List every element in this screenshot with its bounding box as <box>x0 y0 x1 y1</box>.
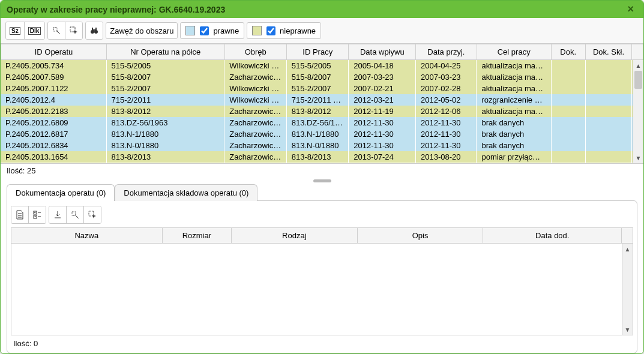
cell-shelf: 515-8/2007 <box>106 71 224 83</box>
table-row[interactable]: P.2405.2012.6817813.N-1/1880Zacharzowice… <box>1 128 643 140</box>
legend-nieprawne[interactable]: nieprawne <box>247 22 321 39</box>
cell-dok <box>551 71 585 83</box>
col-area[interactable]: Obręb <box>224 44 286 60</box>
cell-purpose: brak danych <box>477 128 551 140</box>
cell-date_in: 2012-11-30 <box>349 128 416 140</box>
zoom-doc-extent-button[interactable] <box>66 206 83 223</box>
cell-date_acc: 2012-11-30 <box>416 128 477 140</box>
zoom-select-button[interactable] <box>65 22 82 39</box>
table-row[interactable]: P.2405.2007.589515-8/2007Zacharzowice - … <box>1 71 643 83</box>
cell-dok <box>551 60 585 71</box>
lower-body[interactable]: ▲ ▼ <box>11 244 633 335</box>
col-scroll-spacer <box>632 44 643 60</box>
lcol-size[interactable]: Rozmiar <box>162 228 231 244</box>
cell-date_acc: 2004-04-25 <box>416 60 477 71</box>
doc-page-button[interactable] <box>11 206 28 223</box>
dialog-window: Operaty w zakresie pracy nieprawnej: GK.… <box>0 0 644 354</box>
scroll-down-icon[interactable]: ▼ <box>622 324 633 335</box>
close-icon[interactable]: × <box>624 3 637 16</box>
lcol-desc[interactable]: Opis <box>357 228 483 244</box>
zoom-extent-button[interactable] <box>48 22 65 39</box>
col-purpose[interactable]: Cel pracy <box>477 44 551 60</box>
splitter[interactable] <box>1 178 643 184</box>
checkbox-nieprawne[interactable] <box>266 26 275 35</box>
col-shelf[interactable]: Nr Operatu na półce <box>106 44 224 60</box>
col-id[interactable]: ID Operatu <box>1 44 107 60</box>
svg-rect-0 <box>53 28 57 31</box>
sz-button[interactable]: Sz <box>6 22 24 39</box>
cell-date_acc: 2007-02-28 <box>416 83 477 94</box>
col-work-id[interactable]: ID Pracy <box>286 44 348 60</box>
label-prawne: prawne <box>213 26 239 35</box>
cell-work_id: 715-2/2011 … <box>286 94 349 106</box>
table-row[interactable]: P.2405.2012.4715-2/2011Wilkowiczki - te…… <box>1 94 643 106</box>
cell-date_in: 2013-07-24 <box>349 151 416 163</box>
upper-body[interactable]: P.2405.2005.734515-5/2005Wilkowiczki - t… <box>1 60 643 163</box>
col-date-in[interactable]: Data wpływu <box>349 44 416 60</box>
cell-date_in: 2007-03-23 <box>349 71 416 83</box>
main-toolbar: Sz Dlk Zawęż do obszaru prawne nieprawne <box>1 18 643 44</box>
lower-scrollbar[interactable]: ▲ ▼ <box>622 244 633 335</box>
zoom-select-icon <box>69 26 79 35</box>
cell-dok <box>551 151 585 163</box>
dlk-button[interactable]: Dlk <box>24 22 45 39</box>
cell-date_acc: 2007-03-23 <box>416 71 477 83</box>
scroll-up-icon[interactable]: ▲ <box>622 244 633 254</box>
tab-dokumentacja[interactable]: Dokumentacja operatu (0) <box>7 184 115 201</box>
cell-id: P.2405.2012.6817 <box>1 128 106 140</box>
cell-id: P.2405.2013.1654 <box>1 151 106 163</box>
cell-dok-skl <box>585 117 632 128</box>
zoom-extent-icon <box>70 210 80 220</box>
cell-purpose: brak danych <box>477 117 551 128</box>
cell-purpose: rozgraniczenie … <box>477 94 551 106</box>
download-button[interactable] <box>49 206 66 223</box>
col-dok-skl[interactable]: Dok. Skł. <box>585 44 632 60</box>
cell-date_acc: 2013-08-20 <box>416 151 477 163</box>
cell-date_in: 2012-11-30 <box>349 117 416 128</box>
cell-work_id: 813.N-0/1880 <box>286 140 349 151</box>
table-row[interactable]: P.2405.2012.2183813-8/2012Zacharzowice -… <box>1 106 643 117</box>
binoculars-button[interactable] <box>86 22 103 39</box>
cell-purpose: aktualizacja ma… <box>477 106 551 117</box>
cell-dok <box>551 106 585 117</box>
zoom-group <box>47 22 83 40</box>
cell-id: P.2405.2007.589 <box>1 71 106 83</box>
table-row[interactable]: P.2405.2007.1122515-2/2007Wilkowiczki - … <box>1 83 643 94</box>
titlebar: Operaty w zakresie pracy nieprawnej: GK.… <box>1 1 643 18</box>
col-dok[interactable]: Dok. <box>551 44 585 60</box>
tab-skladowa[interactable]: Dokumentacja składowa operatu (0) <box>115 184 257 201</box>
swatch-prawne-icon <box>185 26 195 35</box>
lcol-name[interactable]: Nazwa <box>11 228 163 244</box>
table-row[interactable]: P.2405.2012.6834813.N-0/1880Zacharzowice… <box>1 140 643 151</box>
col-date-acc[interactable]: Data przyj. <box>416 44 477 60</box>
table-row[interactable]: P.2405.2013.1654813-8/2013Zacharzowice -… <box>1 151 643 163</box>
cell-date_in: 2012-11-30 <box>349 140 416 151</box>
upper-status: Ilość: 25 <box>1 164 643 178</box>
lower-table: Nazwa Rozmiar Rodzaj Opis Data dod. <box>11 227 633 244</box>
scroll-down-icon[interactable]: ▼ <box>633 152 643 163</box>
narrow-area-label: Zawęż do obszaru <box>106 22 178 39</box>
cell-dok-skl <box>585 128 632 140</box>
table-row[interactable]: P.2405.2012.6809813.DZ-56/1963Zacharzowi… <box>1 117 643 128</box>
cell-date_in: 2005-04-18 <box>349 60 416 71</box>
cell-date_acc: 2012-12-06 <box>416 106 477 117</box>
cell-work_id: 515-8/2007 <box>286 71 349 83</box>
lcol-type[interactable]: Rodzaj <box>232 228 358 244</box>
search-group: Sz Dlk <box>5 22 45 40</box>
cell-shelf: 515-5/2005 <box>106 60 224 71</box>
scroll-thumb[interactable] <box>634 71 642 89</box>
checklist-icon <box>32 210 42 220</box>
checkbox-prawne[interactable] <box>200 26 209 35</box>
doc-check-button[interactable] <box>28 206 46 223</box>
legend-prawne[interactable]: prawne <box>180 22 244 39</box>
cell-dok <box>551 83 585 94</box>
page-icon <box>15 210 25 220</box>
upper-scrollbar[interactable]: ▲ ▼ <box>633 60 643 163</box>
zoom-doc-select-button[interactable] <box>83 206 101 223</box>
cell-id: P.2405.2005.734 <box>1 60 106 71</box>
scroll-up-icon[interactable]: ▲ <box>633 60 643 71</box>
lcol-date[interactable]: Data dod. <box>483 228 622 244</box>
cell-shelf: 813.DZ-56/1963 <box>106 117 224 128</box>
table-row[interactable]: P.2405.2005.734515-5/2005Wilkowiczki - t… <box>1 60 643 71</box>
cell-date_in: 2012-03-21 <box>349 94 416 106</box>
